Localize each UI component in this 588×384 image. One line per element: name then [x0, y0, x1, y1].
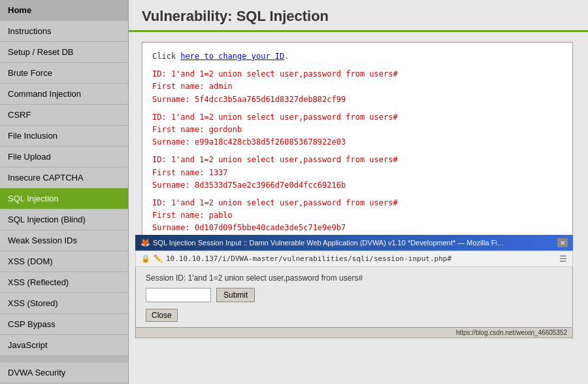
surname-line: Surname: e99a18c428cb38d5f260853678922e0…	[152, 136, 563, 148]
sidebar-item-xss-reflected[interactable]: XSS (Reflected)	[0, 272, 128, 293]
sidebar-item-csrf[interactable]: CSRF	[0, 105, 128, 126]
popup-statusbar: https://blog.csdn.net/weixin_46605352	[135, 328, 573, 338]
firstname-line: First name: admin	[152, 80, 563, 93]
change-prefix: Click	[152, 52, 180, 61]
id-line: ID: 1'and 1=2 union select user,password…	[152, 111, 563, 124]
popup-title-text: SQL Injection Session Input :: Damn Vuln…	[153, 239, 554, 247]
sidebar-item-instructions[interactable]: Instructions	[0, 21, 128, 42]
sidebar-item-javascript[interactable]: JavaScript	[0, 335, 128, 356]
surname-line: Surname: 5f4dcc3b5aa765d61d8327deb882cf9…	[152, 94, 563, 106]
popup-window: 🦊 SQL Injection Session Input :: Damn Vu…	[135, 235, 573, 338]
id-line: ID: 1'and 1=2 union select user,password…	[152, 197, 563, 209]
popup-body: Session ID: 1'and 1=2 union select user,…	[135, 267, 573, 328]
sidebar-item-csp-bypass[interactable]: CSP Bypass	[0, 314, 128, 335]
sidebar-item-dvwa-security[interactable]: DVWA Security	[0, 362, 128, 383]
page-title: Vulnerability: SQL Injection	[142, 8, 575, 25]
sidebar-item-sql-injection[interactable]: SQL Injection	[0, 188, 128, 209]
lock-icon: 🔒	[141, 254, 150, 263]
firstname-line: First name: pablo	[152, 209, 563, 222]
sidebar-item-command-injection[interactable]: Command Injection	[0, 84, 128, 105]
popup-addressbar: 🔒 ✏️ 10.10.10.137/i/DVWA-master/vulnerab…	[135, 251, 573, 267]
submit-button[interactable]: Submit	[216, 288, 255, 302]
address-url[interactable]: 10.10.10.137/i/DVWA-master/vulnerabiliti…	[166, 254, 556, 263]
popup-close-button[interactable]: ✕	[557, 238, 568, 247]
sidebar-item-home[interactable]: Home	[0, 0, 128, 21]
result-entry-3: ID: 1'and 1=2 union select user,password…	[152, 197, 563, 235]
close-button[interactable]: Close	[146, 309, 178, 322]
firstname-line: First name: gordonb	[152, 124, 563, 136]
sidebar-item-file-inclusion[interactable]: File Inclusion	[0, 126, 128, 147]
menu-icon[interactable]: ☰	[559, 254, 567, 264]
sidebar-item-xss-dom[interactable]: XSS (DOM)	[0, 251, 128, 272]
page-header: Vulnerability: SQL Injection	[129, 0, 588, 32]
session-input[interactable]	[146, 288, 211, 302]
change-id-line: Click here to change your ID.	[152, 50, 563, 63]
sidebar-item-brute-force[interactable]: Brute Force	[0, 63, 128, 84]
firefox-icon: 🦊	[140, 238, 150, 247]
popup-input-row: Submit	[146, 288, 563, 302]
sidebar: HomeInstructionsSetup / Reset DBBrute Fo…	[0, 0, 129, 384]
change-link[interactable]: here to change your ID	[180, 52, 284, 61]
popup-titlebar: 🦊 SQL Injection Session Input :: Damn Vu…	[135, 235, 573, 251]
surname-line: Surname: 0d107d09f5bbe40cade3de5c71e9e9b…	[152, 222, 563, 234]
sidebar-item-weak-session-ids[interactable]: Weak Session IDs	[0, 230, 128, 251]
sidebar-item-xss-stored[interactable]: XSS (Stored)	[0, 293, 128, 314]
id-line: ID: 1'and 1=2 union select user,password…	[152, 154, 563, 166]
id-line: ID: 1'and 1=2 union select user,password…	[152, 68, 563, 80]
surname-line: Surname: 8d3533d75ae2c3966d7e0d4fcc69216…	[152, 179, 563, 192]
result-entry-2: ID: 1'and 1=2 union select user,password…	[152, 154, 563, 192]
sidebar-item-setup[interactable]: Setup / Reset DB	[0, 42, 128, 63]
sidebar-divider	[0, 356, 128, 362]
content-area: Click here to change your ID. ID: 1'and …	[129, 32, 588, 384]
edit-icon: ✏️	[154, 254, 163, 263]
change-suffix: .	[284, 52, 289, 61]
session-id-label: Session ID: 1'and 1=2 union select user,…	[146, 273, 563, 283]
sidebar-item-sql-injection-blind[interactable]: SQL Injection (Blind)	[0, 209, 128, 230]
main-content: Vulnerability: SQL Injection Click here …	[129, 0, 588, 384]
firstname-line: First name: 1337	[152, 167, 563, 179]
sidebar-item-file-upload[interactable]: File Upload	[0, 147, 128, 167]
sidebar-item-insecure-captcha[interactable]: Insecure CAPTCHA	[0, 167, 128, 188]
result-entry-0: ID: 1'and 1=2 union select user,password…	[152, 68, 563, 106]
result-entry-1: ID: 1'and 1=2 union select user,password…	[152, 111, 563, 149]
